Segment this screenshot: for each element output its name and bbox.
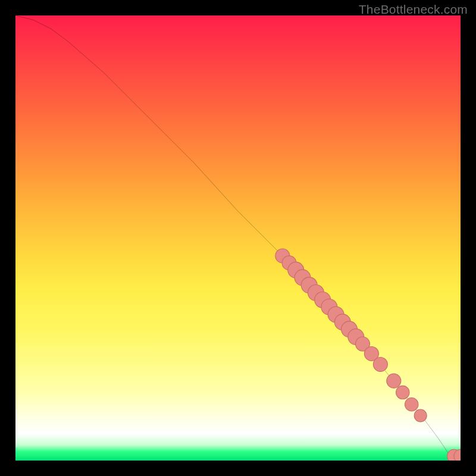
watermark-label: TheBottleneck.com [359, 2, 468, 17]
chart-stage: TheBottleneck.com [0, 0, 476, 476]
plot-area [15, 15, 461, 461]
